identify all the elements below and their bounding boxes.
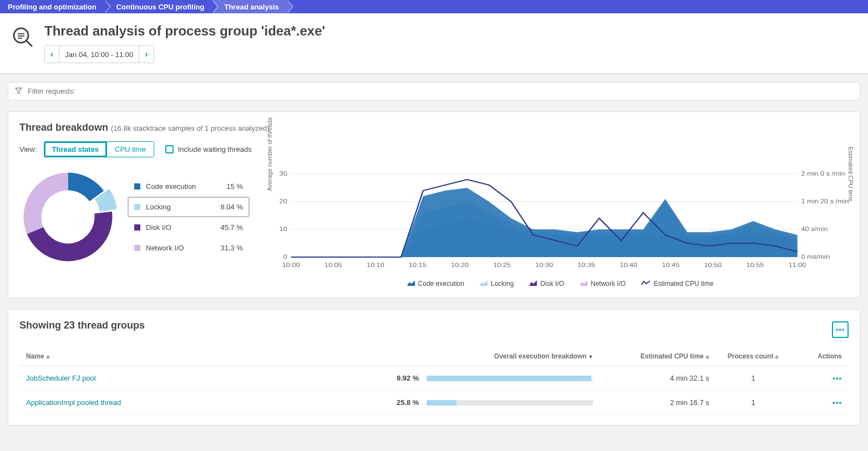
thread-groups-table: Name◆ Overall execution breakdown▼ Estim… bbox=[19, 347, 849, 415]
thread-group-link[interactable]: JobScheduler FJ pool bbox=[19, 366, 368, 391]
table-row: ApplicationImpl pooled thread 25.8 % 2 m… bbox=[19, 391, 849, 415]
groups-more-button[interactable]: ••• bbox=[832, 321, 849, 338]
timeline-legend: Code executionLockingDisk I/ONetwork I/O… bbox=[272, 280, 849, 288]
area-chart-icon bbox=[641, 280, 650, 288]
breakdown-pct: 25.8 % bbox=[397, 398, 419, 407]
svg-text:2 min 0 s /min: 2 min 0 s /min bbox=[801, 170, 845, 177]
filter-icon bbox=[15, 88, 22, 95]
col-name[interactable]: Name◆ bbox=[19, 347, 368, 366]
area-chart-icon bbox=[407, 280, 415, 288]
svg-text:0 ms/min: 0 ms/min bbox=[801, 253, 830, 260]
time-range-label[interactable]: Jan 04, 10:00 - 11:00 bbox=[59, 46, 139, 63]
legend-item-network-i-o[interactable]: Network I/O 31.3 % bbox=[128, 238, 250, 258]
svg-text:1 min 20 s /min: 1 min 20 s /min bbox=[801, 198, 849, 205]
legend-label: Locking bbox=[146, 203, 215, 211]
area-chart-icon bbox=[580, 280, 587, 288]
include-waiting-label: Include waiting threads bbox=[178, 145, 252, 153]
breadcrumb: Profiling and optimization Continuous CP… bbox=[0, 0, 868, 13]
col-actions: Actions bbox=[790, 347, 849, 366]
timeline-legend-disk-i-o[interactable]: Disk I/O bbox=[529, 280, 564, 288]
timeline-legend-code-execution[interactable]: Code execution bbox=[407, 280, 464, 288]
col-count[interactable]: Process count◆ bbox=[716, 347, 791, 366]
legend-label: Disk I/O bbox=[146, 223, 215, 232]
svg-text:10:10: 10:10 bbox=[367, 262, 384, 269]
svg-text:30: 30 bbox=[280, 170, 288, 177]
timeline-legend-estimated-cpu-time[interactable]: Estimated CPU time bbox=[641, 280, 713, 288]
timeline-legend-network-i-o[interactable]: Network I/O bbox=[580, 280, 626, 288]
legend-swatch bbox=[134, 183, 140, 189]
svg-text:10:20: 10:20 bbox=[451, 262, 469, 269]
svg-text:20: 20 bbox=[280, 198, 288, 205]
breakdown-bar bbox=[427, 376, 593, 381]
legend-swatch bbox=[134, 224, 140, 230]
breakdown-legend: Code execution 15 % Locking 8.04 % Disk … bbox=[128, 176, 250, 258]
breadcrumb-item-profiling[interactable]: Profiling and optimization bbox=[0, 0, 104, 13]
page-title: Thread analysis of process group 'idea*.… bbox=[44, 23, 325, 39]
checkbox-box bbox=[165, 145, 174, 153]
breadcrumb-item-thread-analysis[interactable]: Thread analysis bbox=[212, 0, 286, 13]
svg-text:10:40: 10:40 bbox=[620, 262, 637, 269]
page-header: Thread analysis of process group 'idea*.… bbox=[0, 13, 868, 74]
legend-value: 15 % bbox=[226, 182, 243, 191]
legend-item-code-execution[interactable]: Code execution 15 % bbox=[128, 176, 250, 197]
legend-swatch bbox=[134, 204, 140, 210]
y-axis-left-label: Average number of threads bbox=[266, 117, 273, 191]
view-label: View: bbox=[19, 145, 37, 153]
legend-value: 31.3 % bbox=[221, 244, 243, 252]
thread-group-link[interactable]: ApplicationImpl pooled thread bbox=[19, 391, 368, 415]
thread-groups-panel: Showing 23 thread groups ••• Name◆ Overa… bbox=[8, 309, 860, 426]
y-axis-right-label: Estimated CPU time bbox=[847, 146, 854, 201]
svg-text:10:15: 10:15 bbox=[409, 262, 427, 269]
svg-text:10:55: 10:55 bbox=[747, 262, 764, 269]
col-breakdown[interactable]: Overall execution breakdown▼ bbox=[368, 347, 600, 366]
timeline-chart[interactable]: Average number of threads Estimated CPU … bbox=[272, 168, 849, 288]
svg-text:10:35: 10:35 bbox=[577, 262, 595, 269]
row-actions-button[interactable]: ••• bbox=[790, 366, 849, 391]
breakdown-subtitle: (16.8k stacktrace samples of 1 process a… bbox=[111, 124, 269, 132]
svg-text:10:30: 10:30 bbox=[535, 262, 553, 269]
analysis-icon bbox=[11, 25, 34, 49]
legend-item-disk-i-o[interactable]: Disk I/O 45.7 % bbox=[128, 217, 250, 238]
cpu-time-value: 2 min 16.7 s bbox=[600, 391, 715, 415]
svg-text:10:05: 10:05 bbox=[324, 262, 342, 269]
process-count-value: 1 bbox=[716, 366, 791, 391]
legend-swatch bbox=[134, 245, 140, 251]
area-chart-icon bbox=[529, 280, 537, 288]
tab-thread-states[interactable]: Thread states bbox=[44, 142, 107, 157]
row-actions-button[interactable]: ••• bbox=[790, 391, 849, 415]
cpu-time-value: 4 min 32.1 s bbox=[600, 366, 715, 391]
svg-text:10:45: 10:45 bbox=[662, 262, 679, 269]
time-range-picker: ‹ Jan 04, 10:00 - 11:00 › bbox=[44, 45, 154, 63]
svg-text:11:00: 11:00 bbox=[789, 262, 806, 269]
thread-breakdown-panel: Thread breakdown (16.8k stacktrace sampl… bbox=[8, 111, 860, 298]
time-prev-button[interactable]: ‹ bbox=[45, 46, 59, 63]
breakdown-donut-chart[interactable] bbox=[19, 168, 116, 265]
breadcrumb-item-continuous[interactable]: Continuous CPU profiling bbox=[104, 0, 212, 13]
svg-text:40 s/min: 40 s/min bbox=[801, 226, 828, 233]
svg-line-1 bbox=[27, 41, 32, 47]
process-count-value: 1 bbox=[716, 391, 791, 415]
breakdown-bar bbox=[427, 400, 593, 406]
timeline-legend-locking[interactable]: Locking bbox=[480, 280, 514, 288]
svg-text:10: 10 bbox=[280, 226, 288, 233]
svg-text:10:50: 10:50 bbox=[704, 262, 722, 269]
breakdown-pct: 9.92 % bbox=[397, 374, 419, 382]
time-next-button[interactable]: › bbox=[139, 46, 153, 63]
filter-input[interactable] bbox=[28, 87, 853, 95]
col-cpu[interactable]: Estimated CPU time◆ bbox=[600, 347, 715, 366]
legend-label: Network I/O bbox=[146, 244, 215, 252]
legend-item-locking[interactable]: Locking 8.04 % bbox=[128, 197, 250, 217]
tab-cpu-time[interactable]: CPU time bbox=[106, 142, 154, 157]
groups-title: Showing 23 thread groups bbox=[19, 320, 145, 331]
legend-label: Code execution bbox=[146, 182, 221, 191]
svg-text:10:00: 10:00 bbox=[282, 262, 300, 269]
svg-text:10:25: 10:25 bbox=[493, 262, 511, 269]
area-chart-icon bbox=[480, 280, 488, 288]
view-toggle: Thread states CPU time bbox=[44, 141, 154, 157]
legend-value: 45.7 % bbox=[221, 223, 243, 232]
svg-text:0: 0 bbox=[283, 253, 287, 260]
include-waiting-checkbox[interactable]: Include waiting threads bbox=[165, 145, 252, 153]
table-row: JobScheduler FJ pool 9.92 % 4 min 32.1 s… bbox=[19, 366, 849, 391]
breakdown-title: Thread breakdown bbox=[19, 122, 108, 133]
filter-bar[interactable] bbox=[8, 82, 860, 100]
